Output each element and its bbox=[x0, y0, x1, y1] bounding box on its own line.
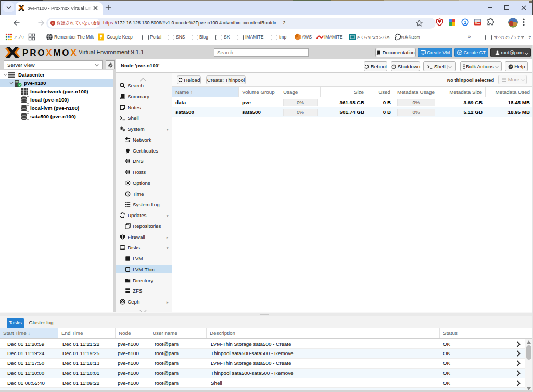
svg-text:1: 1 bbox=[464, 20, 466, 25]
svg-text:New: New bbox=[475, 22, 481, 25]
svg-text:?: ? bbox=[509, 65, 511, 69]
